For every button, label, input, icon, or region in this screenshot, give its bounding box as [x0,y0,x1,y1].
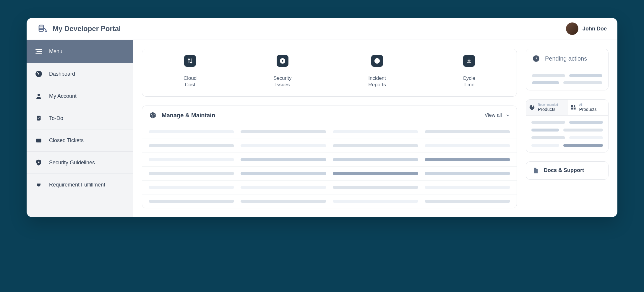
user-name: John Doe [583,26,607,32]
products-card: Recommended Products All Products [526,99,609,153]
sidebar-item-label: My Account [49,93,77,99]
pending-header: Pending actions [526,49,608,68]
sidebar-item-menu[interactable]: Menu [27,40,133,63]
sidebar-item-closed-tickets[interactable]: Closed Tickets [27,129,133,152]
main-content: CloudCost SecurityIssues IncidentReports [133,40,617,217]
receipt-icon [35,114,43,122]
metric-incident-reports[interactable]: IncidentReports [368,55,386,88]
pending-actions-card: Pending actions [526,49,609,90]
cloud-cost-icon [184,55,196,67]
table-row [142,194,517,208]
table-row [142,167,517,181]
app-window: My Developer Portal John Doe Menu Dashbo… [27,18,617,217]
document-icon [531,166,540,175]
sidebar-item-label: Menu [49,48,62,55]
gauge-icon [35,70,43,78]
docs-support-card[interactable]: Docs & Support [526,161,609,180]
pending-title: Pending actions [545,55,587,62]
svg-point-7 [38,94,40,96]
incident-reports-icon [371,55,383,67]
manage-section-header: Manage & Maintain View all [142,106,517,125]
avatar [566,22,578,35]
tab-recommended-products[interactable]: Recommended Products [526,100,567,115]
sidebar-item-label: Requirement Fulfillment [49,182,105,188]
manage-maintain-card: Manage & Maintain View all [142,106,517,208]
svg-point-1 [46,31,47,32]
svg-rect-10 [36,141,41,141]
metric-label: CycleTime [463,75,476,88]
table-row [142,153,517,167]
table-row [142,125,517,139]
sidebar-item-todo[interactable]: To-Do [27,107,133,129]
metric-security-issues[interactable]: SecurityIssues [273,55,291,88]
tab-all-products[interactable]: All Products [567,100,609,115]
products-body [526,116,608,152]
header: My Developer Portal John Doe [27,18,617,40]
user-icon [35,92,43,100]
products-tabs: Recommended Products All Products [526,100,608,116]
card-icon [35,137,43,144]
svg-rect-22 [573,108,575,110]
list-item [532,74,602,77]
sidebar-item-label: Security Guidelines [49,160,95,166]
svg-rect-9 [36,139,41,142]
page-title: My Developer Portal [53,25,121,33]
svg-point-11 [38,162,40,163]
menu-icon [35,48,43,55]
metrics-card: CloudCost SecurityIssues IncidentReports [142,49,517,97]
sidebar-item-dashboard[interactable]: Dashboard [27,63,133,85]
sidebar: Menu Dashboard My Account To-Do [27,40,133,217]
box-icon [149,111,157,119]
sidebar-item-label: To-Do [49,115,63,121]
pending-body [526,68,608,90]
clock-icon [532,54,540,63]
metric-label: CloudCost [184,75,197,88]
sidebar-item-label: Dashboard [49,71,75,77]
manage-rows [142,125,517,208]
grid-icon [570,104,576,110]
sidebar-item-label: Closed Tickets [49,137,84,144]
metric-label: SecurityIssues [273,75,291,88]
list-item [531,136,603,139]
sidebar-item-my-account[interactable]: My Account [27,85,133,107]
shield-icon [35,159,43,166]
chevron-down-icon [505,113,510,118]
table-row [142,139,517,153]
security-issues-icon [277,55,288,67]
list-item [531,121,603,124]
plug-icon [35,181,43,189]
logo-icon [37,23,48,34]
list-item [531,144,603,147]
table-row [142,181,517,194]
metric-cloud-cost[interactable]: CloudCost [184,55,197,88]
svg-rect-21 [571,105,573,107]
sidebar-item-security-guidelines[interactable]: Security Guidelines [27,152,133,174]
cycle-time-icon [463,55,475,67]
list-item [531,129,603,132]
docs-title: Docs & Support [544,167,584,173]
sidebar-item-requirement-fulfillment[interactable]: Requirement Fulfillment [27,174,133,196]
metric-cycle-time[interactable]: CycleTime [463,55,476,88]
svg-point-13 [281,60,283,62]
brand: My Developer Portal [37,23,121,34]
svg-marker-24 [573,105,575,107]
svg-point-6 [38,73,39,74]
pie-icon [529,104,535,110]
list-item [532,81,602,84]
svg-rect-23 [571,108,573,110]
manage-section-title: Manage & Maintain [162,112,215,119]
metric-label: IncidentReports [368,75,386,88]
user-profile[interactable]: John Doe [566,22,607,35]
view-all-link[interactable]: View all [485,112,510,118]
